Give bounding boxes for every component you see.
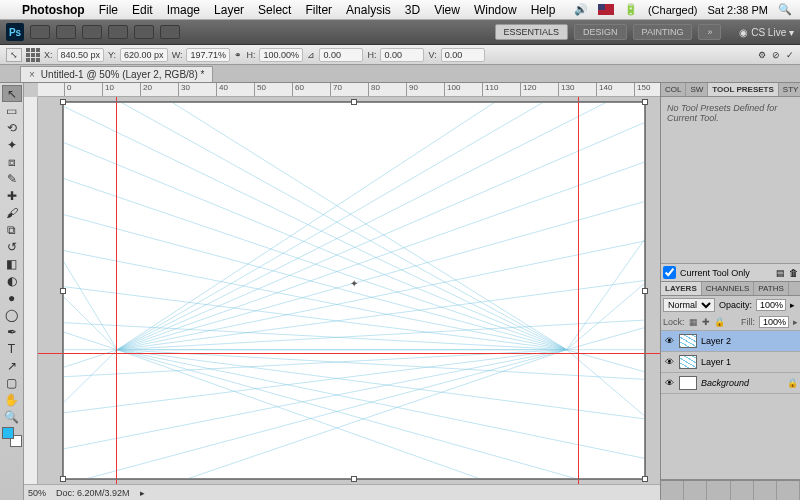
layer-row[interactable]: 👁 Layer 1 [661,352,800,373]
tab-styles[interactable]: STY [779,83,800,96]
fill-menu-icon[interactable]: ▸ [793,317,798,327]
lock-all-icon[interactable]: 🔒 [714,317,725,327]
menu-filter[interactable]: Filter [305,3,332,17]
collapsed-panel-icon[interactable] [777,481,800,500]
eraser-tool-icon[interactable]: ◧ [2,255,22,272]
heal-tool-icon[interactable]: ✚ [2,187,22,204]
arrange-docs-icon[interactable] [134,25,154,39]
foreground-swatch[interactable] [2,427,14,439]
menu-window[interactable]: Window [474,3,517,17]
workspace-design[interactable]: DESIGN [574,24,627,40]
h-field[interactable]: 100.00% [263,50,299,60]
warp-mode-icon[interactable]: ⚙ [758,50,766,60]
spotlight-icon[interactable]: 🔍 [778,3,792,16]
close-tab-icon[interactable]: × [29,69,35,80]
tab-tool-presets[interactable]: TOOL PRESETS [708,83,779,96]
menu-image[interactable]: Image [167,3,200,17]
status-menu-icon[interactable]: ▸ [140,488,145,498]
doc-size-display[interactable]: Doc: 6.20M/3.92M [56,488,130,498]
collapsed-panel-icon[interactable] [684,481,707,500]
document-tab[interactable]: × Untitled-1 @ 50% (Layer 2, RGB/8) * [20,66,213,82]
app-name[interactable]: Photoshop [22,3,85,17]
workspace-painting[interactable]: PAINTING [633,24,693,40]
screen-mode-icon[interactable] [160,25,180,39]
input-flag-icon[interactable] [598,4,614,15]
hand-tool-icon[interactable]: ✋ [2,391,22,408]
dodge-tool-icon[interactable]: ◯ [2,306,22,323]
handle-top-right[interactable] [642,99,648,105]
delete-preset-icon[interactable]: 🗑 [789,268,798,278]
brush-tool-icon[interactable]: 🖌 [2,204,22,221]
battery-icon[interactable]: 🔋 [624,3,638,16]
cs-live-button[interactable]: ◉ CS Live ▾ [739,27,794,38]
shape-tool-icon[interactable]: ▢ [2,374,22,391]
layer-thumb[interactable] [679,376,697,390]
menu-help[interactable]: Help [531,3,556,17]
layer-name[interactable]: Background [701,378,749,388]
transform-tool-icon[interactable]: ⤡ [6,48,22,62]
ruler-horizontal[interactable]: 0 10 20 30 40 50 60 70 80 90 100 110 120… [38,83,660,97]
fill-field[interactable] [759,316,789,328]
collapsed-panel-icon[interactable] [731,481,754,500]
visibility-icon[interactable]: 👁 [663,378,675,388]
cancel-transform-icon[interactable]: ⊘ [772,50,780,60]
handle-right[interactable] [642,288,648,294]
menu-analysis[interactable]: Analysis [346,3,391,17]
color-swatches[interactable] [2,427,22,447]
tab-channels[interactable]: CHANNELS [702,282,755,295]
tab-color[interactable]: COL [661,83,686,96]
marquee-tool-icon[interactable]: ▭ [2,102,22,119]
move-tool-icon[interactable]: ↖ [2,85,22,102]
visibility-icon[interactable]: 👁 [663,336,675,346]
menu-view[interactable]: View [434,3,460,17]
menu-edit[interactable]: Edit [132,3,153,17]
transform-bounding-box[interactable]: ✦ [62,101,646,480]
vskew-field[interactable]: 0.00 [445,50,481,60]
blend-mode-select[interactable]: Normal [663,298,715,312]
search-panels-icon[interactable]: » [698,24,721,40]
workspace-essentials[interactable]: ESSENTIALS [495,24,569,40]
handle-bottom-left[interactable] [60,476,66,482]
layer-thumb[interactable] [679,355,697,369]
layer-thumb[interactable] [679,334,697,348]
handle-bottom[interactable] [351,476,357,482]
ruler-vertical[interactable] [24,97,38,484]
view-extras-icon[interactable] [82,25,102,39]
collapsed-panel-icon[interactable] [754,481,777,500]
zoom-display[interactable]: 50% [28,488,46,498]
link-wh-icon[interactable]: ⚭ [234,50,242,60]
w-field[interactable]: 197.71% [190,50,226,60]
handle-bottom-right[interactable] [642,476,648,482]
layer-row[interactable]: 👁 Layer 2 [661,331,800,352]
volume-icon[interactable]: 🔊 [574,3,588,16]
blur-tool-icon[interactable]: ● [2,289,22,306]
history-brush-tool-icon[interactable]: ↺ [2,238,22,255]
x-field[interactable]: 840.50 px [61,50,101,60]
collapsed-panel-icon[interactable] [661,481,684,500]
clock[interactable]: Sat 2:38 PM [707,4,768,16]
transform-center-icon[interactable]: ✦ [349,278,359,288]
eyedropper-tool-icon[interactable]: ✎ [2,170,22,187]
stamp-tool-icon[interactable]: ⧉ [2,221,22,238]
app-logo-icon[interactable]: Ps [6,23,24,41]
menu-layer[interactable]: Layer [214,3,244,17]
path-tool-icon[interactable]: ↗ [2,357,22,374]
new-preset-icon[interactable]: ▤ [776,268,785,278]
current-tool-only-checkbox[interactable] [663,266,676,279]
hskew-field[interactable]: 0.00 [384,50,420,60]
collapsed-panel-icon[interactable] [707,481,730,500]
pen-tool-icon[interactable]: ✒ [2,323,22,340]
gradient-tool-icon[interactable]: ◐ [2,272,22,289]
layer-row[interactable]: 👁 Background 🔒 [661,373,800,394]
reference-point-icon[interactable] [26,48,40,62]
lock-pixels-icon[interactable]: ▦ [689,317,698,327]
zoom-tool-icon[interactable]: 🔍 [2,408,22,425]
wand-tool-icon[interactable]: ✦ [2,136,22,153]
type-tool-icon[interactable]: T [2,340,22,357]
handle-left[interactable] [60,288,66,294]
commit-transform-icon[interactable]: ✓ [786,50,794,60]
tab-swatches[interactable]: SW [686,83,708,96]
crop-tool-icon[interactable]: ⧈ [2,153,22,170]
layer-name[interactable]: Layer 2 [701,336,731,346]
collapsed-panels[interactable] [661,480,800,500]
